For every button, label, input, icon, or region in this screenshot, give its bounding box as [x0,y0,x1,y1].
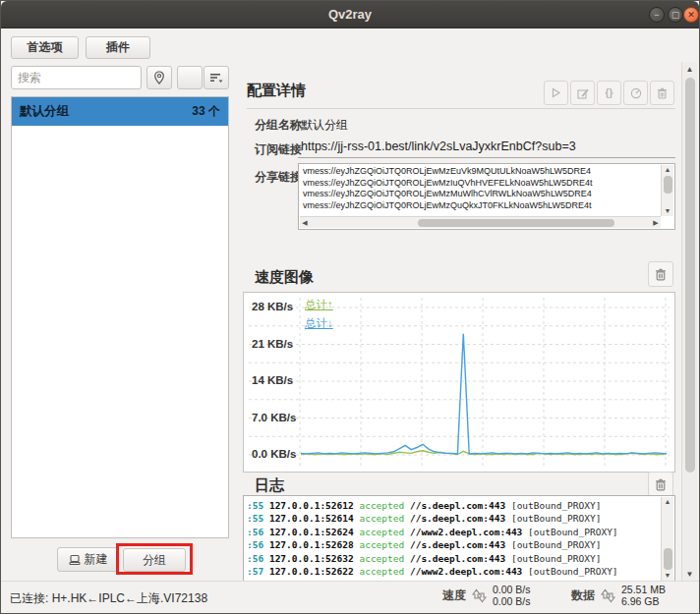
legend-total-down-link[interactable]: 总计↓ [305,316,333,331]
trash-icon [655,478,667,491]
group-name-label: 分组名称 [255,117,302,134]
speed-down-value: 0.00 B/s [493,596,531,608]
share-link-line: vmess://eyJhZGQiOiJTQ0ROLjEwMzQuQkxJT0FK… [303,200,659,212]
clear-log-button[interactable] [648,472,673,497]
preferences-button[interactable]: 首选项 [11,36,79,59]
log-text: :55 127.0.0.1:52612 accepted //s.deepl.c… [247,499,660,578]
scrollbar-thumb[interactable] [664,176,672,194]
data-up-value: 25.51 MB [621,585,666,596]
search-input[interactable] [11,66,142,89]
group-name: 默认分组 [20,103,69,120]
header-divider [247,108,675,109]
speed-up-value: 0.00 B/s [493,585,531,596]
share-links-label: 分享链接 [255,169,302,186]
scroll-up-icon[interactable]: ▲ [662,497,673,507]
new-connection-label: 新建 [85,551,108,568]
scroll-up-icon[interactable]: ▲ [662,165,673,175]
trash-icon [657,87,668,99]
latency-gauge-icon [630,87,642,99]
edit-connection-button[interactable] [570,81,595,105]
subscription-underline [298,157,675,158]
app-window: Qv2ray − ▢ ✕ 首选项 插件 默认分组 33 个 新建 分组 配置详情 [0,0,700,614]
share-vertical-scrollbar[interactable]: ▲ ▼ [661,165,673,216]
log-entry: :55 127.0.0.1:52614 accepted //s.deepl.c… [247,512,660,525]
scrollbar-thumb[interactable] [664,548,672,570]
list-item-default-group[interactable]: 默认分组 33 个 [12,97,228,126]
data-label: 数据 [571,587,595,604]
speed-chart: 28 KB/s 21 KB/s 14 KB/s 7.0 KB/s 0.0 KB/… [243,292,675,473]
y-tick-label: 21 KB/s [252,338,303,350]
titlebar[interactable]: Qv2ray − ▢ ✕ [1,1,699,28]
speed-label: 速度 [442,587,466,604]
plugins-button[interactable]: 插件 [86,36,150,59]
group-button[interactable]: 分组 [123,548,186,572]
statusbar: 已连接: H+.HK←IPLC←上海.VI72138 速度 0.00 B/s 0… [1,581,699,613]
scroll-down-icon[interactable]: ▼ [682,569,697,581]
scroll-left-icon[interactable]: ◀ [300,217,310,228]
trash-icon [655,268,667,281]
delete-connection-button[interactable] [650,81,674,105]
scroll-down-icon[interactable]: ▼ [662,571,673,581]
panel-vertical-scrollbar[interactable]: ▲ ▼ [681,62,697,583]
connection-list: 默认分组 33 个 [11,96,229,538]
scroll-right-icon[interactable]: ▶ [651,217,661,228]
play-icon [551,87,561,98]
new-connection-button[interactable]: 新建 [57,547,119,572]
subscription-link-field[interactable]: https://jj-rss-01.best/link/v2sLvaJyxkrE… [301,140,576,153]
connection-status: 已连接: H+.HK←IPLC←上海.VI72138 [10,590,207,607]
log-entry: :56 127.0.0.1:52628 accepted //s.deepl.c… [247,538,660,551]
sort-button[interactable] [204,66,229,89]
share-link-line: vmess://eyJhZGQiOiJTQ0ROLjEwMzMuWlhCVlRW… [303,189,659,200]
window-title: Qv2ray [1,7,699,22]
y-tick-label: 14 KB/s [252,374,303,386]
close-icon[interactable]: ✕ [683,7,699,23]
json-braces-icon: {} [606,87,613,98]
scrollbar-thumb[interactable] [685,78,695,473]
scroll-down-icon[interactable]: ▼ [662,206,673,216]
edit-pencil-icon [577,87,589,99]
log-entry: :55 127.0.0.1:52612 accepted //s.deepl.c… [247,499,660,512]
y-tick-label: 0.0 KB/s [252,448,303,460]
data-down-value: 6.96 GB [621,596,666,608]
share-link-line: vmess://eyJhZGQiOiJTQ0ROLjEwMzEuVk9MQUtU… [303,166,659,178]
connect-button[interactable] [544,81,568,105]
up-down-arrows-icon [600,586,616,605]
share-horizontal-scrollbar[interactable]: ◀ ▶ [300,216,661,228]
latency-test-button[interactable] [623,81,648,105]
blank-tool-button[interactable] [177,66,203,89]
log-entry: :57 127.0.0.1:52622 accepted //www2.deep… [247,565,660,578]
clear-graph-button[interactable] [648,261,673,287]
sort-icon [209,72,223,84]
chart-legend: 总计↑ 总计↓ [305,298,333,331]
legend-total-up-link[interactable]: 总计↑ [305,298,333,312]
share-link-line: vmess://eyJhZGQiOiJTQ0ROLjEwMzIuQVhHVEFE… [303,178,659,190]
log-entry: :56 127.0.0.1:52632 accepted //s.deepl.c… [247,552,660,565]
log-vertical-scrollbar[interactable]: ▲ ▼ [661,497,673,581]
up-down-arrows-icon [471,586,488,605]
chart-series-line [301,334,667,454]
share-links-textarea[interactable]: vmess://eyJhZGQiOiJTQ0ROLjEwMzEuVk9MQUtU… [298,163,675,230]
share-links-text: vmess://eyJhZGQiOiJTQ0ROLjEwMzEuVk9MQUtU… [303,166,659,216]
log-entry: :56 127.0.0.1:52624 accepted //www2.deep… [247,526,660,538]
y-tick-label: 7.0 KB/s [252,412,303,423]
location-pin-icon [153,71,165,84]
new-connection-icon [69,554,81,566]
scroll-up-icon[interactable]: ▲ [682,64,697,76]
group-name-value: 默认分组 [301,117,348,134]
log-view[interactable]: :55 127.0.0.1:52612 accepted //s.deepl.c… [243,495,675,583]
speed-graph-title: 速度图像 [255,268,314,287]
config-details-title: 配置详情 [247,82,306,100]
y-tick-label: 28 KB/s [252,301,303,312]
log-title: 日志 [255,476,284,495]
speed-status: 速度 0.00 B/s 0.00 B/s [442,585,531,607]
scrollbar-thumb[interactable] [418,219,614,227]
subscription-label: 订阅链接 [255,141,302,158]
minimize-icon[interactable]: − [649,7,665,23]
group-count-badge: 33 个 [192,103,220,120]
edit-json-button[interactable]: {} [597,81,621,105]
data-status: 数据 25.51 MB 6.96 GB [571,585,666,607]
locate-current-button[interactable] [146,66,172,89]
maximize-icon[interactable]: ▢ [668,7,683,23]
